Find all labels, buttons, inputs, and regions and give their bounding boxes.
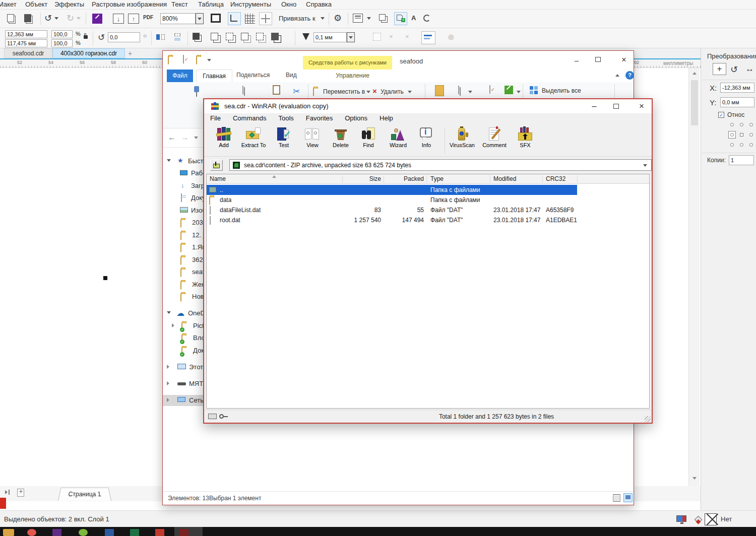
menu-tools[interactable]: Tools <box>278 113 293 123</box>
column-crc32[interactable]: CRC32 <box>546 174 565 184</box>
menu-object[interactable]: Объект <box>25 0 47 9</box>
outline-dropdown-icon[interactable] <box>347 32 355 42</box>
fullscreen-preview-icon[interactable] <box>211 14 221 23</box>
qat-properties-icon[interactable]: ✓ <box>183 55 184 63</box>
minimize-button[interactable]: – <box>586 100 602 112</box>
page-tab[interactable]: Страница 1 <box>58 488 111 501</box>
easy-access-dropdown-icon[interactable] <box>468 91 472 93</box>
palette-red-swatch[interactable] <box>0 498 6 509</box>
nav-history-icon[interactable] <box>194 137 198 139</box>
taskbar-app-icon[interactable] <box>27 529 36 536</box>
anchor-mid-right[interactable] <box>749 133 753 137</box>
move-to-label[interactable]: Переместить в <box>323 88 365 95</box>
mirror-horizontal-icon[interactable] <box>156 33 165 41</box>
scale-y-field[interactable]: 100,0 <box>51 39 73 47</box>
wizard-button[interactable]: Wizard <box>384 126 412 156</box>
import-icon[interactable]: ↓ <box>113 14 124 24</box>
sidebar-item-onedrive-documents[interactable]: Доку <box>163 345 206 356</box>
comment-button[interactable]: Comment <box>479 126 510 156</box>
taskbar-app-icon[interactable] <box>130 529 139 536</box>
collapse-ribbon-icon[interactable] <box>615 74 619 77</box>
sidebar-item-folder[interactable]: Нова <box>163 291 206 302</box>
paste-icon[interactable] <box>24 14 31 22</box>
taskbar-active-app[interactable] <box>174 527 203 536</box>
virusscan-button[interactable]: VirusScan <box>447 126 478 156</box>
new-folder-icon[interactable] <box>435 85 444 96</box>
chevron-down-icon[interactable] <box>167 311 171 314</box>
trim-icon[interactable] <box>226 33 233 40</box>
duplicate-icon[interactable] <box>379 14 386 21</box>
column-packed[interactable]: Packed <box>385 174 424 184</box>
thumbnail-view-icon[interactable] <box>623 493 633 502</box>
sidebar-item-folder[interactable]: 1.Ян <box>163 242 206 253</box>
tab-manage[interactable]: Управление <box>313 70 392 82</box>
sidebar-item-downloads[interactable]: ↓Загр <box>163 180 206 191</box>
outline-width-combo[interactable]: 0,1 мм <box>313 32 347 42</box>
position-transform-icon[interactable]: + <box>713 63 726 75</box>
text-props-icon[interactable]: A <box>411 14 416 22</box>
sidebar-item-folder[interactable]: seafo <box>163 266 206 278</box>
dim-icon-3[interactable]: × <box>405 33 409 40</box>
undo-dropdown-icon[interactable] <box>54 17 58 20</box>
sidebar-item-folder[interactable]: 3629 <box>163 254 206 265</box>
tab-share[interactable]: Поделиться <box>236 72 270 79</box>
qat-newfolder-icon[interactable] <box>196 56 197 64</box>
order-icon[interactable] <box>193 33 200 40</box>
open-dropdown-icon[interactable] <box>517 91 521 93</box>
easy-access-icon[interactable] <box>458 86 459 94</box>
sidebar-item-folder[interactable]: 12. Д <box>163 230 206 241</box>
copy-icon[interactable] <box>7 14 14 22</box>
extract-to-button[interactable]: Extract To <box>237 126 270 156</box>
delete-dropdown-icon[interactable] <box>408 91 412 93</box>
new-doc-tab-icon[interactable]: + <box>128 49 132 57</box>
view-button[interactable]: View <box>300 126 325 156</box>
column-name[interactable]: Name <box>210 174 226 184</box>
taskbar-app-icon[interactable] <box>52 529 61 536</box>
delete-button[interactable]: Delete <box>328 126 354 156</box>
details-view-icon[interactable] <box>613 494 620 502</box>
dim-icon-1[interactable] <box>373 33 381 41</box>
anchor-bottom-center[interactable] <box>740 143 743 147</box>
menu-favorites[interactable]: Favorites <box>306 113 333 123</box>
chevron-right-icon[interactable] <box>172 323 174 327</box>
sidebar-item-folder[interactable]: 203 С <box>163 217 206 228</box>
anchor-bottom-left[interactable] <box>730 143 734 147</box>
paste-icon[interactable] <box>273 85 280 95</box>
doc-tab-seafood[interactable]: seafood.cdr <box>4 48 52 58</box>
menu-layout[interactable]: Макет <box>0 0 17 9</box>
show-rulers-icon[interactable] <box>228 12 241 25</box>
zoom-level-combo[interactable]: 800% <box>160 13 196 24</box>
options-gear-icon[interactable]: ⚙ <box>334 13 342 24</box>
rotate-icon[interactable]: ↺ <box>98 32 105 43</box>
redo-dropdown-icon[interactable] <box>77 17 81 20</box>
snap-to-label[interactable]: Привязать к <box>279 15 316 22</box>
chevron-right-icon[interactable] <box>167 381 169 385</box>
outline-pen-icon[interactable] <box>302 33 309 44</box>
table-row[interactable]: dataFileList.dat 83 55 Файл "DAT" 23.01.… <box>207 205 649 215</box>
qat-customize-icon[interactable] <box>207 59 211 61</box>
zoom-dropdown-icon[interactable] <box>196 13 204 24</box>
taskbar-app-icon[interactable] <box>105 529 114 536</box>
test-button[interactable]: ✓Test <box>271 126 296 156</box>
anchor-bottom-right[interactable] <box>749 143 753 147</box>
mirror-transform-icon[interactable]: ↔ <box>745 64 754 74</box>
anchor-top-center[interactable] <box>740 123 743 126</box>
object-x-field[interactable]: 12,363 мм <box>5 30 47 38</box>
move-to-dropdown-icon[interactable] <box>366 91 370 93</box>
sidebar-item-onedrive-pictures[interactable]: Pictu <box>163 320 206 331</box>
find-button[interactable]: Find <box>356 126 381 156</box>
menu-options[interactable]: Options <box>345 113 367 123</box>
tab-home-active[interactable]: Главная <box>196 70 232 82</box>
pdf-publish-icon[interactable]: PDF <box>143 15 153 20</box>
close-button[interactable]: × <box>616 53 632 66</box>
menu-commands[interactable]: Commands <box>233 113 266 123</box>
anchor-mid-left-selected[interactable] <box>728 131 736 139</box>
menu-help[interactable]: Help <box>380 113 393 123</box>
sidebar-item-quick-access[interactable]: ★Быстр <box>163 156 206 167</box>
y-input[interactable]: 0,0 мм <box>720 97 754 107</box>
weld-icon[interactable] <box>211 33 218 40</box>
add-button[interactable]: Add <box>211 126 237 156</box>
fill-status-icon[interactable] <box>695 516 703 524</box>
front-minus-back-icon[interactable] <box>271 33 279 40</box>
nav-back-icon[interactable]: ← <box>168 133 176 142</box>
